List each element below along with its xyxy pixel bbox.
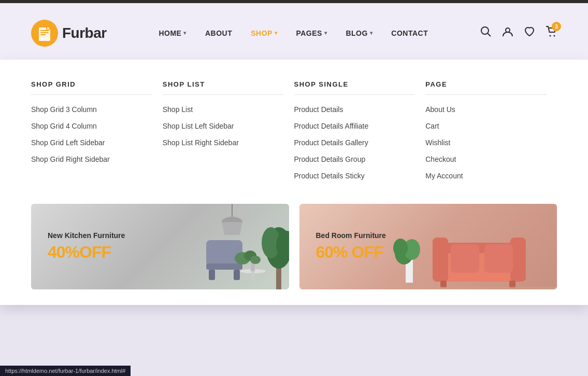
banner-kitchen-subtitle: New Kitchen Furniture: [48, 231, 125, 240]
banner-bedroom-content: Bed Room Furniture 60% OFF: [316, 231, 386, 262]
header: Furbar HOME ▾ ABOUT SHOP ▾ PAGES ▾ BLOG …: [0, 3, 588, 63]
menu-column-shop-grid: SHOP GRID Shop Grid 3 Column Shop Grid 4…: [31, 80, 163, 188]
menu-link-product-gallery[interactable]: Product Details Gallery: [294, 138, 415, 147]
cart-icon[interactable]: 3: [546, 26, 557, 40]
status-url: https://htmldemo.net/furbar-1/furbar/ind…: [5, 368, 125, 374]
menu-link-list[interactable]: Shop List: [163, 105, 284, 114]
banner-kitchen-content: New Kitchen Furniture 40%OFF: [48, 231, 125, 262]
mega-menu-banners: New Kitchen Furniture 40%OFF: [31, 204, 557, 289]
svg-point-8: [481, 27, 489, 34]
banner-bedroom-discount: 60% OFF: [316, 243, 386, 262]
home-chevron-icon: ▾: [183, 30, 187, 36]
menu-link-product-details[interactable]: Product Details: [294, 105, 415, 114]
svg-rect-3: [40, 34, 46, 35]
menu-link-my-account[interactable]: My Account: [425, 172, 547, 180]
logo[interactable]: Furbar: [31, 20, 107, 47]
menu-link-product-affiliate[interactable]: Product Details Affiliate: [294, 122, 415, 130]
nav-pages[interactable]: PAGES ▾: [296, 29, 327, 37]
cart-count-badge: 3: [552, 22, 561, 31]
nav-blog[interactable]: BLOG ▾: [346, 29, 372, 37]
pages-chevron-icon: ▾: [324, 30, 327, 36]
svg-rect-18: [234, 270, 240, 280]
logo-icon: [31, 20, 58, 47]
menu-link-grid-right-sidebar[interactable]: Shop Grid Right Sidebar: [31, 155, 152, 163]
menu-link-grid-4col[interactable]: Shop Grid 4 Column: [31, 122, 152, 130]
svg-point-11: [550, 35, 551, 37]
svg-rect-20: [251, 271, 254, 281]
svg-line-9: [488, 34, 491, 37]
page-title-col: PAGE: [425, 80, 547, 95]
svg-point-10: [506, 28, 510, 32]
blog-chevron-icon: ▾: [370, 30, 373, 36]
banner-bedroom-subtitle: Bed Room Furniture: [316, 231, 386, 240]
banner-kitchen[interactable]: New Kitchen Furniture 40%OFF: [31, 204, 289, 289]
menu-link-wishlist[interactable]: Wishlist: [425, 138, 547, 147]
shop-chevron-icon: ▾: [275, 30, 278, 36]
menu-link-list-left-sidebar[interactable]: Shop List Left Sidebar: [163, 122, 284, 130]
svg-rect-41: [391, 287, 557, 289]
shop-list-title: SHOP LIST: [163, 80, 284, 95]
status-bar: https://htmldemo.net/furbar-1/furbar/ind…: [0, 366, 131, 376]
menu-column-page: PAGE About Us Cart Wishlist Checkout My …: [425, 80, 557, 188]
menu-link-cart[interactable]: Cart: [425, 122, 547, 130]
nav-about[interactable]: ABOUT: [205, 29, 232, 37]
logo-text: Furbar: [62, 25, 107, 41]
account-icon[interactable]: [502, 26, 513, 40]
svg-rect-17: [209, 270, 215, 280]
nav-shop[interactable]: SHOP ▾: [251, 29, 277, 37]
main-nav: HOME ▾ ABOUT SHOP ▾ PAGES ▾ BLOG ▾ CONTA…: [159, 29, 428, 37]
menu-link-about-us[interactable]: About Us: [425, 105, 547, 114]
search-icon[interactable]: [480, 26, 492, 40]
mega-menu-grid: SHOP GRID Shop Grid 3 Column Shop Grid 4…: [31, 80, 557, 188]
nav-home[interactable]: HOME ▾: [159, 29, 187, 37]
svg-rect-2: [40, 32, 49, 33]
wishlist-icon[interactable]: [524, 26, 535, 40]
nav-contact[interactable]: CONTACT: [391, 29, 428, 37]
svg-point-12: [554, 35, 555, 37]
shop-single-title: SHOP SINGLE: [294, 80, 415, 95]
menu-link-list-right-sidebar[interactable]: Shop List Right Sidebar: [163, 138, 284, 147]
svg-rect-33: [440, 281, 447, 288]
shop-mega-menu: SHOP GRID Shop Grid 3 Column Shop Grid 4…: [0, 60, 588, 305]
menu-column-shop-list: SHOP LIST Shop List Shop List Left Sideb…: [163, 80, 294, 188]
menu-link-grid-left-sidebar[interactable]: Shop Grid Left Sidebar: [31, 138, 152, 147]
menu-link-product-group[interactable]: Product Details Group: [294, 155, 415, 163]
header-icons: 3: [480, 26, 557, 40]
menu-link-product-sticky[interactable]: Product Details Sticky: [294, 172, 415, 180]
svg-point-24: [250, 256, 261, 264]
svg-rect-36: [484, 244, 513, 273]
svg-rect-34: [509, 281, 515, 288]
svg-rect-35: [451, 244, 479, 273]
svg-point-40: [393, 239, 408, 257]
svg-rect-16: [206, 263, 242, 270]
menu-column-shop-single: SHOP SINGLE Product Details Product Deta…: [294, 80, 426, 188]
menu-link-grid-3col[interactable]: Shop Grid 3 Column: [31, 105, 152, 114]
shop-grid-title: SHOP GRID: [31, 80, 152, 95]
banner-kitchen-discount: 40%OFF: [48, 243, 125, 262]
banner-bedroom[interactable]: Bed Room Furniture 60% OFF: [299, 204, 557, 289]
menu-link-checkout[interactable]: Checkout: [425, 155, 547, 163]
